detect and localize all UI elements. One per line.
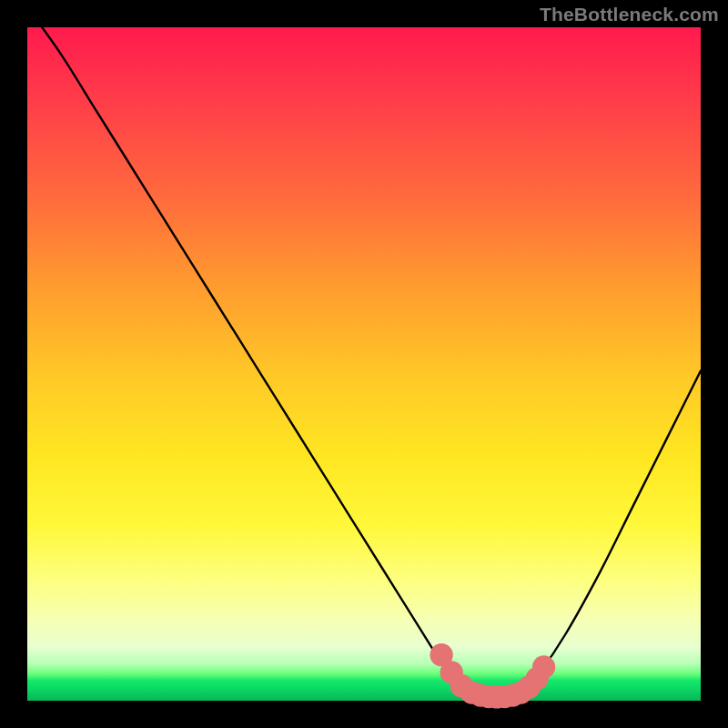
curve-markers xyxy=(430,643,555,709)
curve-marker xyxy=(532,655,555,678)
bottleneck-curve-svg xyxy=(27,27,701,701)
plot-area xyxy=(27,27,701,701)
chart-frame: TheBottleneck.com xyxy=(0,0,728,728)
watermark-label: TheBottleneck.com xyxy=(540,4,719,25)
bottleneck-curve xyxy=(27,7,701,698)
